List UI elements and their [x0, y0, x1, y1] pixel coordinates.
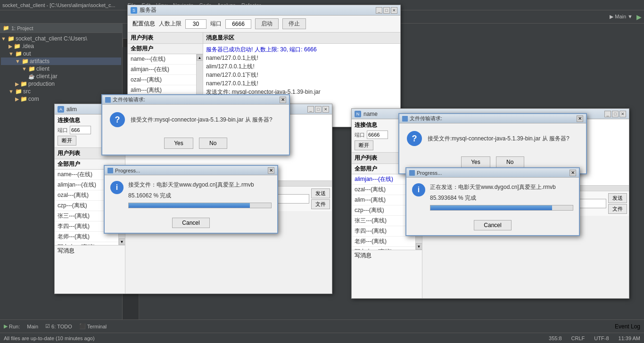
folder-icon-com: ▶: [15, 96, 19, 102]
progress-dialog-2: Progress... ✕ i 正在发送：电影天堂www.dygod.cn]真爱…: [405, 167, 580, 236]
start-btn[interactable]: 启动: [255, 18, 279, 29]
tree-item-artifacts[interactable]: ▼ 📁 artifacts: [1, 57, 121, 65]
tree-item-client-folder[interactable]: ▼ 📁 client: [1, 65, 121, 73]
progress-2-title-icon: [409, 170, 415, 176]
tree-item-production[interactable]: ▶ 📁 production: [1, 80, 121, 88]
server-titlebar: S 服务器 _ □ ✕: [128, 5, 400, 16]
terminal-label: Terminal: [87, 324, 107, 329]
server-port-input[interactable]: [225, 19, 251, 29]
tree-label-clientjar: client.jar: [36, 73, 58, 80]
server-minimize-btn[interactable]: _: [376, 7, 382, 14]
file-req-dialog-1-close[interactable]: ✕: [280, 97, 286, 103]
progress-2-bar-container: [430, 205, 573, 211]
server-title-icon: S: [131, 7, 137, 14]
chat-name-port-label: 端口: [355, 131, 365, 139]
tree-label-root: socket_chat_client C:\Users\: [16, 35, 87, 42]
progress-dialog-1-titlebar: Progress... ✕: [105, 166, 277, 175]
chat-name-write-label: 写消息: [352, 250, 422, 261]
chat-alim-send-btn[interactable]: 发送: [311, 188, 330, 198]
max-users-input[interactable]: [185, 19, 206, 29]
file-req-dialog-1-yes[interactable]: Yes: [164, 138, 193, 149]
run-tab-todo[interactable]: ☑ 6: TODO: [45, 323, 72, 329]
server-msg-1: 服务器已成功启动! 人数上限: 30, 端口: 6666: [206, 45, 397, 54]
run-tab-main[interactable]: Main: [27, 324, 38, 329]
progress-dialog-1: Progress... ✕ i 接受文件：电影天堂www.dygod.cn]真爱…: [104, 165, 278, 234]
folder-dot-out: 📁: [15, 50, 22, 57]
chat-alim-disconnect-btn[interactable]: 断开: [58, 136, 76, 146]
chat-alim-scroll-down[interactable]: ▼: [119, 238, 125, 245]
chat-alim-file-btn[interactable]: 文件: [311, 199, 330, 209]
file-icon-clientjar: ☕: [28, 74, 35, 80]
file-req-question-icon-2: ?: [407, 131, 422, 146]
run-tab-terminal[interactable]: ⬛ Terminal: [79, 323, 107, 329]
chat-alim-write-label: 写消息: [55, 245, 125, 256]
folder-dot-production: 📁: [20, 81, 27, 87]
chat-name-user-7[interactable]: 老师---(离线): [352, 237, 415, 247]
file-req-dialog-1: 文件传输请求: ✕ ? 接受文件:mysql-connector-java-5.…: [101, 94, 290, 155]
event-log-tab[interactable]: Event Log: [615, 323, 640, 330]
server-close-btn[interactable]: ✕: [391, 7, 397, 14]
tree-label-idea: .idea: [22, 43, 34, 49]
scroll-up[interactable]: ▲: [197, 54, 203, 61]
chat-name-file-btn[interactable]: 文件: [608, 204, 627, 214]
tree-item-out[interactable]: ▼ 📁 out: [1, 50, 121, 57]
chat-alim-port-input[interactable]: [70, 126, 91, 134]
chat-name-minimize[interactable]: _: [604, 111, 611, 117]
progress-1-cancel-btn[interactable]: Cancel: [172, 218, 209, 228]
tree-label-artifacts: artifacts: [30, 58, 50, 65]
server-user-3[interactable]: ozal---(离线): [128, 75, 196, 85]
project-icon: 📁: [3, 25, 9, 31]
chat-name-disconnect-btn[interactable]: 断开: [355, 140, 373, 150]
progress-2-content: i 正在发送：电影天堂www.dygod.cn]真爱至上.rmvb 85.393…: [406, 178, 579, 218]
status-text: All files are up-to-date (10 minutes ago…: [4, 335, 95, 341]
server-msg-header: 消息显示区: [203, 33, 400, 44]
tree-item-clientjar[interactable]: ☕ client.jar: [1, 73, 121, 80]
server-msg-4: name/127.0.0.1下线!: [206, 71, 397, 79]
run-icon[interactable]: ▶: [636, 13, 642, 21]
server-config-bar: 配置信息 人数上限 端口 启动 停止: [128, 16, 400, 33]
config-label: 配置信息: [132, 20, 155, 28]
file-req-dialog-1-message: 接受文件:mysql-connector-java-5.1.39-bin.jar…: [131, 115, 272, 124]
server-maximize-btn[interactable]: □: [383, 7, 390, 14]
server-user-2[interactable]: alimjan---(在线): [128, 65, 196, 75]
progress-2-close[interactable]: ✕: [570, 170, 576, 176]
progress-1-bar-fill: [129, 203, 250, 208]
folder-icon-root: 📁: [8, 35, 15, 42]
chat-alim-user-8[interactable]: 阿力木---(离线): [55, 242, 118, 245]
chat-name-port-input[interactable]: [367, 131, 388, 139]
chat-name-maximize[interactable]: □: [612, 111, 619, 117]
tree-item-root[interactable]: ▼ 📁 socket_chat_client C:\Users\: [1, 35, 121, 42]
todo-label: 6: TODO: [51, 324, 72, 329]
server-user-1[interactable]: name---(在线): [128, 54, 196, 65]
progress-2-percent: 85.393684 % 完成: [430, 194, 573, 202]
run-tab-run[interactable]: ▶ Run:: [4, 323, 20, 329]
server-msg-2: name/127.0.0.1上线!: [206, 54, 397, 62]
stop-btn[interactable]: 停止: [282, 18, 306, 29]
tree-label-out: out: [23, 50, 31, 57]
tree-item-idea[interactable]: ▶ 📁 .idea: [1, 42, 121, 50]
file-req-dialog-2-content: ? 接受文件:mysql-connector-java-5.1.39-bin.j…: [399, 123, 586, 154]
progress-1-text-area: 接受文件：电影天堂www.dygod.cn]真爱至上.rmvb 85.16062…: [128, 181, 272, 210]
progress-2-filename: 正在发送：电影天堂www.dygod.cn]真爱至上.rmvb: [430, 183, 573, 191]
chat-name-title-icon: N: [355, 111, 361, 117]
chat-name-scroll-down[interactable]: ▼: [416, 243, 422, 250]
folder-icon-src: ▼: [8, 89, 14, 94]
chat-name-send-btn[interactable]: 发送: [608, 193, 627, 203]
file-req-dialog-1-no[interactable]: No: [199, 138, 227, 149]
chat-alim-win-controls: _ □ ✕: [307, 106, 329, 113]
progress-1-close[interactable]: ✕: [268, 167, 274, 174]
all-users-label: 全部用户: [128, 44, 203, 54]
file-req-dialog-2-close[interactable]: ✕: [577, 115, 583, 122]
line-sep: CRLF: [571, 335, 585, 341]
progress-2-cancel-btn[interactable]: Cancel: [474, 220, 511, 230]
chat-name-close[interactable]: ✕: [619, 111, 626, 117]
file-req-dialog-2-yes[interactable]: Yes: [461, 156, 490, 168]
chat-alim-minimize[interactable]: _: [307, 106, 314, 113]
port-label: 端口: [210, 20, 222, 28]
progress-dialog-2-titlebar: Progress... ✕: [406, 168, 579, 178]
chat-alim-maximize[interactable]: □: [315, 106, 322, 113]
chat-alim-port-label: 端口: [58, 127, 68, 134]
chat-alim-close[interactable]: ✕: [322, 106, 329, 113]
file-req-dialog-2-no[interactable]: No: [496, 156, 524, 168]
chat-name-user-8[interactable]: 阿力木---(离线): [352, 247, 415, 250]
